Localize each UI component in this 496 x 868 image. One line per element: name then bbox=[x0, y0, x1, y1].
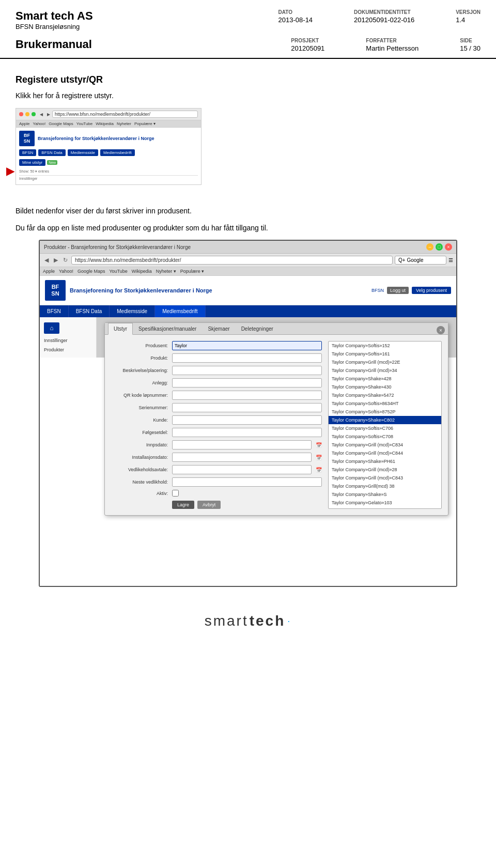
maximize-button[interactable]: □ bbox=[436, 243, 443, 251]
calendar-icon-vedlik[interactable]: 📅 bbox=[316, 467, 322, 473]
input-kunde[interactable] bbox=[172, 415, 322, 425]
bk-yahoo[interactable]: Yahoo! bbox=[59, 269, 73, 274]
bookmark-yahoo-small[interactable]: Yahoo! bbox=[33, 121, 45, 126]
header-top-row: Smart tech AS BFSN Bransjeløsning DATO 2… bbox=[16, 9, 481, 30]
input-neste[interactable] bbox=[172, 477, 322, 487]
dropdown-item-12[interactable]: Taylor Company»Grill (mcd)»C834 bbox=[329, 441, 441, 449]
nav-back-large[interactable]: ◀ bbox=[43, 256, 50, 264]
dropdown-item-13[interactable]: Taylor Company»Grill (mcd)»C844 bbox=[329, 449, 441, 457]
company-block: Smart tech AS BFSN Bransjeløsning bbox=[16, 9, 93, 30]
input-vedlikehold[interactable] bbox=[172, 465, 312, 474]
dropdown-item-9[interactable]: Taylor Company»Shake»C802 bbox=[329, 416, 441, 424]
bookmark-wikipedia-small[interactable]: Wikipedia bbox=[96, 121, 114, 126]
calendar-icon-install[interactable]: 📅 bbox=[316, 455, 322, 460]
nav-bfsn-data-small[interactable]: BFSN Data bbox=[38, 149, 65, 156]
nav-bfsn-data-large[interactable]: BFSN Data bbox=[69, 305, 110, 317]
home-icon[interactable]: ⌂ bbox=[44, 322, 59, 334]
browser-titlebar-large: Produkter - Bransjeforening for Storkjøk… bbox=[40, 241, 456, 254]
dropdown-item-14[interactable]: Taylor Company»Shake»PH61 bbox=[329, 457, 441, 466]
form-row-folgesetdel: Følgesetdel: bbox=[111, 428, 322, 437]
nav-bfsn-small[interactable]: BFSN bbox=[19, 149, 36, 156]
bk-youtube[interactable]: YouTube bbox=[109, 269, 127, 274]
nav-back-small[interactable]: ◀ bbox=[40, 112, 43, 117]
bk-maps[interactable]: Google Maps bbox=[78, 269, 105, 274]
url-bar-small[interactable]: https://www.bfsn.no/medlemsbedrift/produ… bbox=[52, 111, 198, 118]
checkbox-aktiv[interactable] bbox=[172, 490, 179, 497]
tab-deletegninger[interactable]: Deletegninger bbox=[236, 323, 279, 334]
mine-utstyr-btn[interactable]: Mine utstyr bbox=[19, 159, 45, 166]
dropdown-item-3[interactable]: Taylor Company»Grill (mcd)»34 bbox=[329, 366, 441, 375]
nav-refresh[interactable]: ↻ bbox=[61, 256, 69, 264]
calendar-icon-innps[interactable]: 📅 bbox=[316, 442, 322, 448]
nav-medlemsside-small[interactable]: Medlemsside bbox=[68, 149, 98, 156]
velg-produsent-button[interactable]: Velg produsent bbox=[412, 287, 451, 294]
nav-forward-small[interactable]: ▶ bbox=[47, 112, 50, 117]
bookmark-nyheter-small[interactable]: Nyheter bbox=[117, 121, 131, 126]
sidebar-produkter[interactable]: Produkter bbox=[40, 345, 96, 354]
nav-medlemsside-large[interactable]: Medlemsside bbox=[110, 305, 155, 317]
nav-medlemsbedrift-small[interactable]: Medlemsbedrift bbox=[100, 149, 135, 156]
input-beskrivelse[interactable] bbox=[172, 366, 322, 375]
nav-forward-large[interactable]: ▶ bbox=[52, 256, 59, 264]
dropdown-item-16[interactable]: Taylor Company»Grill (mcd)»C843 bbox=[329, 474, 441, 482]
nav-medlemsbedrift-large[interactable]: Medlemsbedrift bbox=[155, 305, 205, 317]
dropdown-item-19[interactable]: Taylor Company»Gelato»103 bbox=[329, 499, 441, 507]
logg-ut-button[interactable]: Logg ut bbox=[387, 287, 409, 294]
close-icon-small[interactable] bbox=[19, 112, 23, 116]
dropdown-item-10[interactable]: Taylor Company»Softis»C706 bbox=[329, 424, 441, 432]
bookmark-populare-small[interactable]: Populære ▾ bbox=[134, 121, 156, 126]
innstillinger-small[interactable]: Innstillinger bbox=[19, 175, 198, 181]
bk-populare[interactable]: Populære ▾ bbox=[180, 269, 205, 274]
dropdown-item-7[interactable]: Taylor Company»Softis»8634HT bbox=[329, 399, 441, 408]
form-row-beskrivelse: Beskrivelse/placering: bbox=[111, 366, 322, 375]
input-folgesetdel[interactable] bbox=[172, 428, 322, 437]
browser-screenshot-small: ◀ ▶ https://www.bfsn.no/medlemsbedrift/p… bbox=[16, 108, 202, 185]
maximize-icon-small[interactable] bbox=[32, 112, 36, 116]
minimize-icon-small[interactable] bbox=[25, 112, 29, 116]
input-produsent[interactable] bbox=[172, 341, 322, 350]
input-produkt[interactable] bbox=[172, 353, 322, 363]
bk-nyheter[interactable]: Nyheter ▾ bbox=[156, 269, 176, 274]
bookmark-youtube-small[interactable]: YouTube bbox=[76, 121, 92, 126]
bk-wikipedia[interactable]: Wikipedia bbox=[132, 269, 152, 274]
modal-tabs: Utstyr Spesifikasjoner/manualer Skjemaer… bbox=[105, 323, 448, 335]
search-bar[interactable]: Q+ Google bbox=[395, 256, 446, 265]
dropdown-item-5[interactable]: Taylor Company»Shake»430 bbox=[329, 383, 441, 391]
browser-menu-icon[interactable]: ☰ bbox=[448, 257, 453, 263]
label-aktiv: Aktiv: bbox=[111, 491, 168, 496]
tab-skjemaer[interactable]: Skjemaer bbox=[202, 323, 235, 334]
dropdown-item-6[interactable]: Taylor Company»Shake»5472 bbox=[329, 391, 441, 399]
bfsn-logo-box-small: BFSN bbox=[19, 131, 35, 146]
nav-bfsn-large[interactable]: BFSN bbox=[40, 305, 69, 317]
input-qr[interactable] bbox=[172, 391, 322, 400]
dropdown-item-15[interactable]: Taylor Company»Grill (mcd)»28 bbox=[329, 466, 441, 474]
save-button[interactable]: Lagre bbox=[172, 501, 194, 509]
dropdown-item-11[interactable]: Taylor Company»Softis»C708 bbox=[329, 432, 441, 441]
dropdown-item-0[interactable]: Taylor Company»Softis»152 bbox=[329, 342, 441, 350]
close-button[interactable]: × bbox=[445, 243, 452, 251]
dropdown-item-8[interactable]: Taylor Company»Softis»8752P bbox=[329, 408, 441, 416]
input-serie[interactable] bbox=[172, 403, 322, 412]
bfsn-link[interactable]: BFSN bbox=[371, 288, 384, 293]
dropdown-item-2[interactable]: Taylor Company»Grill (mcd)»22E bbox=[329, 358, 441, 366]
url-bar-large[interactable]: https://www.bfsn.no/medlemsbedrift/produ… bbox=[71, 256, 393, 265]
dropdown-item-17[interactable]: Taylor Company»Grill(mcd) 38 bbox=[329, 482, 441, 490]
input-installasjon[interactable] bbox=[172, 453, 312, 462]
modal-close-button[interactable]: × bbox=[437, 326, 445, 334]
tab-utstyr[interactable]: Utstyr bbox=[108, 323, 133, 335]
bk-apple[interactable]: Apple bbox=[43, 269, 55, 274]
dropdown-item-18[interactable]: Taylor Company»Shake»S bbox=[329, 490, 441, 499]
dropdown-item-4[interactable]: Taylor Company»Shake»428 bbox=[329, 375, 441, 383]
tab-spesifikasjoner[interactable]: Spesifikasjoner/manualer bbox=[133, 323, 202, 334]
label-folgesetdel: Følgesetdel: bbox=[111, 430, 168, 435]
bookmark-apple-small[interactable]: Apple bbox=[19, 121, 29, 126]
input-anlegg[interactable] bbox=[172, 378, 322, 388]
sidebar-innstillinger[interactable]: Innstillinger bbox=[40, 336, 96, 345]
doc-title-block: Brukermanual bbox=[16, 38, 92, 51]
dropdown-item-1[interactable]: Taylor Company»Softis»161 bbox=[329, 350, 441, 358]
bfsn-org-text-large: Bransjeforening for Storkjøkkenleverandø… bbox=[70, 287, 212, 293]
cancel-button[interactable]: Avbryt bbox=[197, 501, 221, 509]
bookmark-maps-small[interactable]: Google Maps bbox=[49, 121, 73, 126]
input-innpsdato[interactable] bbox=[172, 440, 312, 450]
minimize-button[interactable]: – bbox=[426, 243, 433, 251]
